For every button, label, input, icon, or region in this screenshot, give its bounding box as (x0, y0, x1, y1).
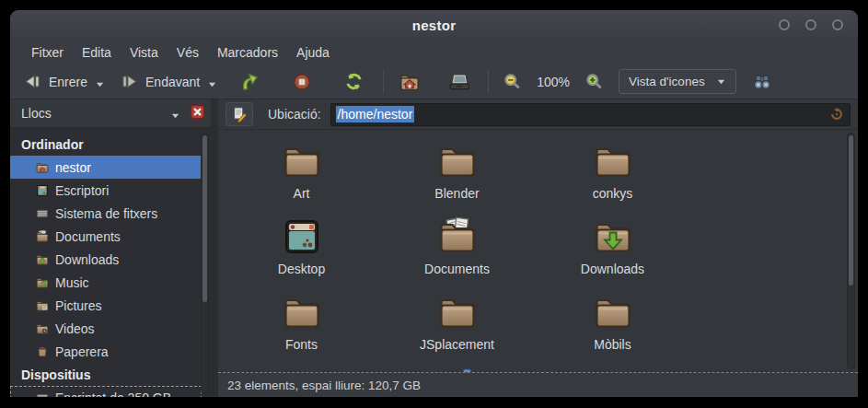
file-item-label: Downloads (581, 262, 644, 276)
file-item-label: Documents (424, 262, 490, 276)
minimize-button[interactable] (779, 19, 790, 30)
zoom-out-button[interactable] (497, 68, 527, 95)
location-label: Ubicació: (268, 107, 321, 122)
folder-music-icon (280, 366, 324, 373)
sidebar-item-label: Documents (55, 229, 121, 244)
sidebar-item-escriptori[interactable]: Escriptori (10, 179, 202, 202)
main-scrollbar-handle[interactable] (849, 135, 853, 286)
file-grid: ArtBlenderconkysDesktopDocumentsDownload… (218, 130, 840, 373)
trash-icon (35, 344, 50, 359)
file-item-m-bils[interactable]: Mòbils (535, 290, 690, 366)
icon-view[interactable]: ArtBlenderconkysDesktopDocumentsDownload… (218, 130, 858, 373)
forward-button[interactable]: Endavant (114, 68, 205, 95)
back-button[interactable]: Enrere (17, 68, 93, 95)
folder-owncloud-icon (435, 366, 480, 373)
stop-button[interactable] (286, 68, 318, 96)
drive-icon (35, 206, 50, 221)
folder-icon (591, 139, 635, 183)
folder-documents-icon (435, 215, 480, 259)
file-item-label: conkys (593, 186, 633, 201)
main-scrollbar[interactable] (847, 133, 855, 369)
go-icon[interactable] (828, 106, 845, 122)
sidebar-scrollbar[interactable] (201, 133, 209, 395)
sidebar-item-documents[interactable]: Documents (10, 225, 202, 248)
file-item-jsplacement[interactable]: JSplacement (379, 290, 535, 366)
location-input[interactable]: /home/nestor (330, 103, 851, 126)
forward-history-dropdown[interactable] (207, 76, 217, 87)
file-item-label: Desktop (278, 262, 325, 276)
file-item-label: JSplacement (420, 337, 494, 352)
view-mode-label: Vista d'icones (629, 75, 705, 88)
view-mode-select[interactable]: Vista d'icones (619, 69, 736, 94)
toolbar: Enrere Endavant (10, 64, 858, 99)
reload-button[interactable] (338, 67, 370, 96)
folder-downloads-icon (591, 215, 635, 259)
file-item-conkys[interactable]: conkys (535, 139, 690, 215)
sidebar-item-sistema-de-fitxers[interactable]: Sistema de fitxers (10, 202, 202, 225)
desktop-icon (35, 183, 50, 198)
edit-location-button[interactable] (226, 102, 253, 126)
file-item-pictures[interactable]: Pictures (535, 366, 690, 373)
file-item-label: Fonts (285, 337, 318, 352)
pane-splitter[interactable] (211, 99, 218, 397)
drive-icon (35, 391, 50, 398)
menu-item-fitxer[interactable]: Fitxer (22, 42, 73, 63)
sidebar-list: OrdinadornestorEscriptoriSistema de fitx… (10, 128, 211, 397)
folder-videos-icon (35, 321, 50, 336)
sidebar-item-downloads[interactable]: Downloads (10, 248, 202, 271)
titlebar[interactable]: nestor (10, 10, 858, 40)
folder-icon (280, 290, 324, 334)
search-button[interactable] (746, 67, 779, 97)
menu-item-edita[interactable]: Edita (73, 42, 121, 63)
sidebar-scrollbar-handle[interactable] (203, 135, 207, 302)
menu-item-vés[interactable]: Vés (168, 42, 208, 63)
file-item-fonts[interactable]: Fonts (224, 290, 379, 366)
location-value: /home/nestor (336, 106, 415, 122)
file-item-music[interactable]: Music (224, 366, 379, 373)
chevron-down-icon (716, 76, 726, 87)
status-text: 23 elements, espai lliure: 120,7 GB (227, 379, 421, 392)
menu-item-marcadors[interactable]: Marcadors (208, 42, 287, 63)
sidebar-item-label: Dispositius (21, 367, 90, 382)
sidebar-item-videos[interactable]: Videos (10, 317, 202, 340)
toolbar-separator (383, 71, 384, 93)
sidebar-item-encriptat-de-250-gb[interactable]: Encriptat de 250 GB (10, 386, 202, 397)
computer-button[interactable] (442, 66, 477, 98)
sidebar-item-pictures[interactable]: Pictures (10, 294, 202, 317)
home-button[interactable] (392, 66, 427, 98)
sidebar-item-label: Pictures (55, 298, 102, 313)
sidebar-title: Llocs (21, 106, 52, 121)
folder-downloads-icon (35, 252, 50, 267)
sidebar-pane-dropdown[interactable] (170, 109, 180, 119)
up-button[interactable] (234, 67, 266, 96)
up-arrow-icon (239, 71, 260, 92)
sidebar-section-dispositius: Dispositius (10, 363, 202, 386)
menu-item-vista[interactable]: Vista (121, 42, 168, 63)
file-item-downloads[interactable]: Downloads (535, 215, 690, 290)
zoom-in-icon (584, 72, 604, 91)
maximize-button[interactable] (805, 19, 816, 30)
file-item-owncloud[interactable]: ownCloud (379, 366, 535, 373)
back-label: Enrere (49, 75, 87, 89)
file-item-desktop[interactable]: Desktop (224, 215, 379, 290)
refresh-icon (343, 71, 365, 92)
statusbar: 23 elements, espai lliure: 120,7 GB (218, 373, 858, 397)
file-item-documents[interactable]: Documents (379, 215, 535, 290)
sidebar-item-music[interactable]: Music (10, 271, 202, 294)
sidebar-item-paperera[interactable]: Paperera (10, 340, 202, 363)
file-item-blender[interactable]: Blender (379, 139, 535, 215)
home-folder-icon (398, 70, 422, 94)
sidebar-close-button[interactable] (190, 104, 205, 122)
sidebar-item-label: Ordinador (21, 137, 84, 152)
desktop-icon (280, 215, 324, 259)
file-item-art[interactable]: Art (224, 139, 379, 215)
forward-arrow-icon (120, 72, 139, 91)
back-history-dropdown[interactable] (95, 76, 105, 87)
sidebar-item-label: Downloads (55, 252, 119, 267)
zoom-in-button[interactable] (579, 68, 609, 95)
sidebar-item-nestor[interactable]: nestor (10, 156, 202, 179)
close-button[interactable] (832, 19, 843, 30)
menu-item-ajuda[interactable]: Ajuda (287, 42, 339, 63)
forward-label: Endavant (145, 75, 200, 89)
folder-pictures-icon (591, 366, 635, 373)
